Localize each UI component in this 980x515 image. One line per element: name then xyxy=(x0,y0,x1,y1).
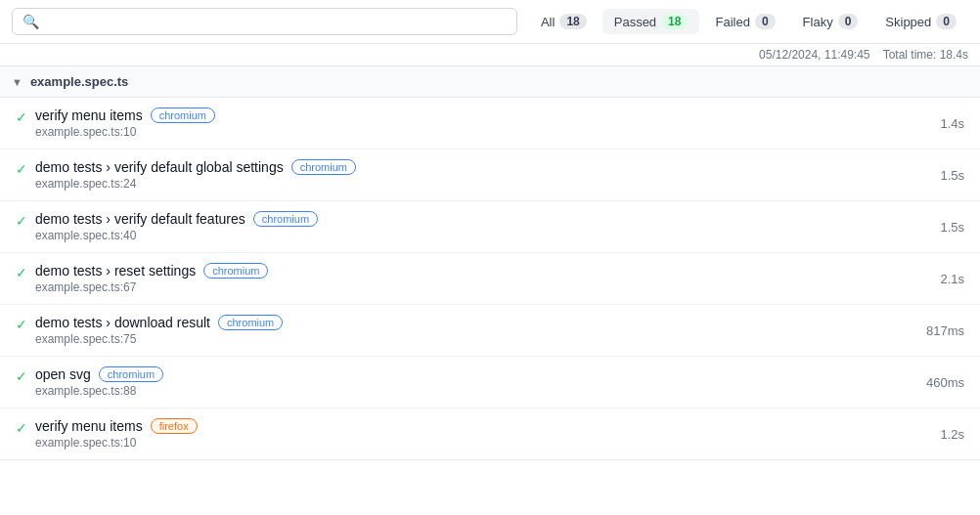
test-row[interactable]: ✓ demo tests › reset settings chromium e… xyxy=(0,253,980,305)
test-file: example.spec.ts:75 xyxy=(35,332,918,346)
test-name-line: verify menu items chromium xyxy=(35,107,932,123)
test-name-line: demo tests › reset settings chromium xyxy=(35,263,932,279)
filter-skipped-count: 0 xyxy=(936,14,957,29)
filter-all[interactable]: All 18 xyxy=(529,9,599,34)
filter-failed-count: 0 xyxy=(755,14,776,29)
browser-badge: chromium xyxy=(218,315,283,330)
test-name-line: demo tests › verify default features chr… xyxy=(35,211,932,227)
test-list: ✓ verify menu items chromium example.spe… xyxy=(0,98,980,459)
browser-badge: chromium xyxy=(291,159,356,175)
test-name: demo tests › download result xyxy=(35,315,210,330)
search-box[interactable]: 🔍 xyxy=(12,8,517,35)
test-name: open svg xyxy=(35,366,91,382)
test-file: example.spec.ts:88 xyxy=(35,384,918,398)
timestamp-bar: 05/12/2024, 11:49:45 Total time: 18.4s xyxy=(0,44,980,66)
test-content: open svg chromium example.spec.ts:88 xyxy=(35,366,918,398)
filter-passed-label: Passed xyxy=(614,15,656,29)
test-duration: 460ms xyxy=(926,375,964,390)
filter-skipped-label: Skipped xyxy=(885,15,931,29)
test-row[interactable]: ✓ verify menu items chromium example.spe… xyxy=(0,98,980,150)
test-row[interactable]: ✓ demo tests › download result chromium … xyxy=(0,305,980,357)
test-duration: 2.1s xyxy=(940,272,964,286)
filter-passed[interactable]: Passed 18 xyxy=(602,9,700,34)
test-name: demo tests › verify default features xyxy=(35,211,245,227)
test-content: verify menu items chromium example.spec.… xyxy=(35,107,932,139)
test-row[interactable]: ✓ verify menu items firefox example.spec… xyxy=(0,408,980,459)
test-name-line: demo tests › verify default global setti… xyxy=(35,159,932,175)
test-content: demo tests › verify default features chr… xyxy=(35,211,932,242)
browser-badge: firefox xyxy=(151,418,198,434)
test-duration: 817ms xyxy=(926,323,964,338)
test-file: example.spec.ts:40 xyxy=(35,229,932,242)
test-row[interactable]: ✓ open svg chromium example.spec.ts:88 4… xyxy=(0,357,980,408)
chevron-down-icon: ▼ xyxy=(12,76,22,88)
pass-check-icon: ✓ xyxy=(16,420,27,436)
pass-check-icon: ✓ xyxy=(16,317,27,332)
spec-group: ▼ example.spec.ts ✓ verify menu items ch… xyxy=(0,66,980,460)
test-content: demo tests › verify default global setti… xyxy=(35,159,932,191)
test-row[interactable]: ✓ demo tests › verify default features c… xyxy=(0,201,980,253)
test-duration: 1.2s xyxy=(940,427,964,442)
test-duration: 1.5s xyxy=(940,168,964,183)
timestamp: 05/12/2024, 11:49:45 xyxy=(759,48,869,62)
test-name-line: demo tests › download result chromium xyxy=(35,315,918,330)
browser-badge: chromium xyxy=(151,107,215,123)
test-content: verify menu items firefox example.spec.t… xyxy=(35,418,932,450)
test-row[interactable]: ✓ demo tests › verify default global set… xyxy=(0,150,980,201)
filter-failed-label: Failed xyxy=(715,15,749,29)
test-name: verify menu items xyxy=(35,107,143,123)
filter-failed[interactable]: Failed 0 xyxy=(703,9,786,34)
browser-badge: chromium xyxy=(99,366,163,382)
search-icon: 🔍 xyxy=(22,14,39,29)
total-time: Total time: 18.4s xyxy=(883,48,968,62)
filter-tabs: All 18 Passed 18 Failed 0 Flaky 0 Skippe… xyxy=(529,9,968,34)
test-file: example.spec.ts:24 xyxy=(35,177,932,191)
test-duration: 1.4s xyxy=(940,116,964,131)
spec-file-name: example.spec.ts xyxy=(30,74,128,89)
test-name: demo tests › verify default global setti… xyxy=(35,159,284,175)
test-file: example.spec.ts:10 xyxy=(35,125,932,139)
pass-check-icon: ✓ xyxy=(16,109,27,125)
filter-flaky-count: 0 xyxy=(838,14,859,29)
top-bar: 🔍 All 18 Passed 18 Failed 0 Flaky 0 Skip… xyxy=(0,0,980,44)
test-name-line: verify menu items firefox xyxy=(35,418,932,434)
filter-all-count: 18 xyxy=(559,14,586,29)
filter-all-label: All xyxy=(541,15,555,29)
test-duration: 1.5s xyxy=(940,220,964,235)
pass-check-icon: ✓ xyxy=(16,368,27,384)
pass-check-icon: ✓ xyxy=(16,213,27,229)
test-file: example.spec.ts:10 xyxy=(35,436,932,450)
search-input[interactable] xyxy=(47,14,507,29)
browser-badge: chromium xyxy=(253,211,318,227)
spec-header[interactable]: ▼ example.spec.ts xyxy=(0,66,980,98)
pass-check-icon: ✓ xyxy=(16,265,27,280)
test-name: demo tests › reset settings xyxy=(35,263,196,279)
filter-passed-count: 18 xyxy=(661,14,688,29)
test-content: demo tests › download result chromium ex… xyxy=(35,315,918,346)
filter-flaky-label: Flaky xyxy=(803,15,833,29)
filter-flaky[interactable]: Flaky 0 xyxy=(791,9,870,34)
filter-skipped[interactable]: Skipped 0 xyxy=(873,9,968,34)
test-content: demo tests › reset settings chromium exa… xyxy=(35,263,932,294)
test-name: verify menu items xyxy=(35,418,143,434)
browser-badge: chromium xyxy=(203,263,268,279)
test-name-line: open svg chromium xyxy=(35,366,918,382)
pass-check-icon: ✓ xyxy=(16,161,27,177)
test-file: example.spec.ts:67 xyxy=(35,280,932,294)
